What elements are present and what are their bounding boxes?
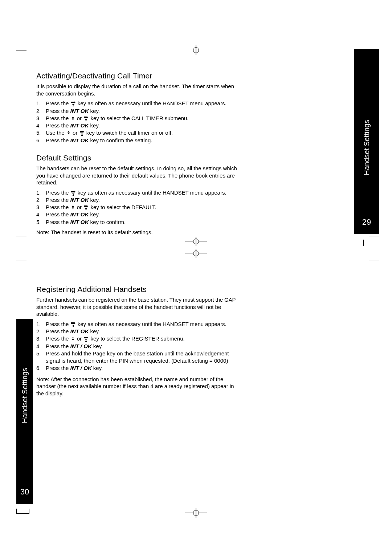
page-number: 29 xyxy=(354,217,379,227)
list-item: 3.Press the or key to select the DEFAULT… xyxy=(36,204,238,211)
crop-mark xyxy=(16,50,26,50)
crop-mark xyxy=(369,506,379,506)
key-label: INT OK xyxy=(70,197,89,203)
content-area: Registering Additional Handsets Further … xyxy=(36,284,240,400)
crop-mark xyxy=(369,261,379,261)
list-item: 3.Press the or key to select the CALL TI… xyxy=(36,115,238,122)
nav-down-icon xyxy=(83,336,89,342)
key-label: INT OK xyxy=(70,108,89,114)
list-item: 6.Press the INT OK key to confirm the se… xyxy=(36,137,238,144)
note-paragraph: Note: After the connection has been esta… xyxy=(36,376,240,397)
crop-rect xyxy=(16,509,29,514)
key-label: INT / OK xyxy=(70,343,92,349)
key-label: INT OK xyxy=(70,219,89,225)
side-tab-label: Handset Settings xyxy=(363,120,371,175)
page-number: 30 xyxy=(16,487,33,497)
nav-down-icon xyxy=(70,190,76,196)
list-item: 1.Press the key as often as necessary un… xyxy=(36,100,238,107)
crop-mark xyxy=(16,261,26,261)
key-label: INT / OK xyxy=(70,365,92,371)
key-label: INT OK xyxy=(70,137,89,143)
section-heading: Activating/Deactivating Call Timer xyxy=(36,71,238,81)
crop-mark xyxy=(16,506,26,506)
content-area: Activating/Deactivating Call Timer It is… xyxy=(36,71,238,239)
intro-paragraph: The handsets can be reset to the default… xyxy=(36,165,238,186)
registration-mark-icon xyxy=(185,238,207,245)
nav-down-icon xyxy=(70,101,76,106)
list-item: 2.Press the INT OK key. xyxy=(36,107,238,115)
registration-mark-icon xyxy=(185,250,207,257)
list-item: 5.Press and hold the Page key on the bas… xyxy=(36,350,240,365)
list-item: 1.Press the key as often as necessary un… xyxy=(36,321,240,328)
list-item: 2.Press the INT OK key. xyxy=(36,328,240,335)
key-label: INT OK xyxy=(70,122,89,129)
side-tab: Handset Settings 30 xyxy=(16,319,33,504)
step-list-default: 1.Press the key as often as necessary un… xyxy=(36,189,238,226)
step-list-register: 1.Press the key as often as necessary un… xyxy=(36,321,240,372)
nav-down-icon xyxy=(70,322,76,327)
section-heading: Default Settings xyxy=(36,153,238,163)
nav-down-icon xyxy=(83,205,89,210)
list-item: 6.Press the INT / OK key. xyxy=(36,364,240,372)
list-item: 4.Press the INT OK key. xyxy=(36,122,238,129)
list-item: 4.Press the INT OK key. xyxy=(36,211,238,218)
nav-down-icon xyxy=(83,116,89,121)
nav-up-icon xyxy=(66,130,71,136)
side-tab: Handset Settings 29 xyxy=(354,49,379,234)
list-item: 3.Press the or key to select the REGISTE… xyxy=(36,335,240,342)
registration-mark-icon xyxy=(185,509,207,517)
intro-paragraph: Further handsets can be registered on th… xyxy=(36,296,240,318)
crop-mark xyxy=(16,236,26,236)
list-item: 5.Use the or key to switch the call time… xyxy=(36,129,238,137)
crop-mark xyxy=(369,236,379,236)
intro-paragraph: It is possible to display the duration o… xyxy=(36,83,238,97)
side-tab-label: Handset Settings xyxy=(21,368,29,423)
key-label: INT OK xyxy=(70,328,89,334)
step-list-call-timer: 1.Press the key as often as necessary un… xyxy=(36,100,238,144)
registration-mark-icon xyxy=(185,46,207,54)
list-item: 5.Press the INT OK key to confirm. xyxy=(36,219,238,226)
note-paragraph: Note: The handset is reset to its defaul… xyxy=(36,229,238,236)
nav-up-icon xyxy=(70,116,75,121)
nav-down-icon xyxy=(79,130,85,136)
key-label: INT OK xyxy=(70,211,89,217)
section-heading: Registering Additional Handsets xyxy=(36,284,240,294)
list-item: 2.Press the INT OK key. xyxy=(36,196,238,204)
nav-up-icon xyxy=(70,205,75,210)
list-item: 1.Press the key as often as necessary un… xyxy=(36,189,238,196)
list-item: 4.Press the INT / OK key. xyxy=(36,343,240,350)
page-30: Handset Settings 30 Registering Addition… xyxy=(0,277,392,554)
nav-up-icon xyxy=(70,336,75,342)
crop-rect xyxy=(363,240,379,246)
page-29: Handset Settings 29 Activating/Deactivat… xyxy=(0,0,392,277)
